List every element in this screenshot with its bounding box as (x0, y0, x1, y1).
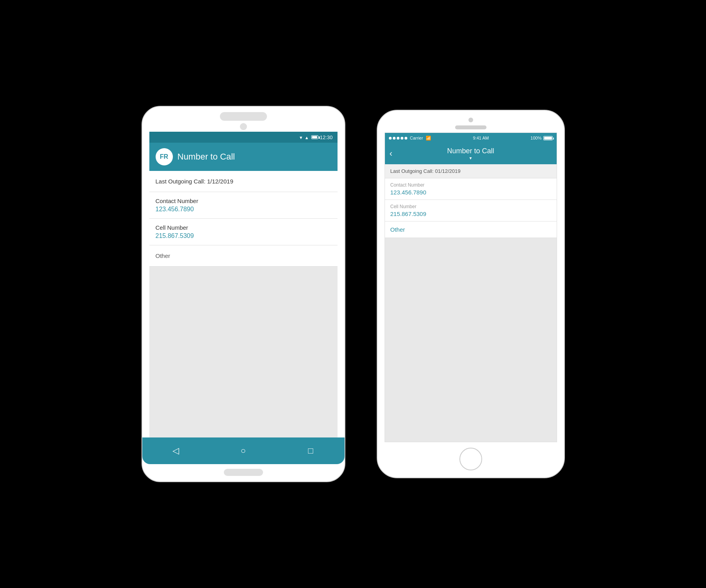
ios-battery-percent: 100% (530, 136, 541, 140)
ios-home-button[interactable] (459, 448, 482, 470)
android-cell-number-value: 215.867.5309 (156, 232, 331, 240)
ios-bottom-area (459, 442, 482, 477)
ios-contact-number-item[interactable]: Contact Number 123.456.7890 (385, 178, 557, 200)
ios-cell-number-value: 215.867.5309 (390, 211, 551, 217)
android-app-header: FR Number to Call (149, 143, 338, 171)
android-recent-icon: □ (308, 446, 313, 456)
android-header-title: Number to Call (178, 152, 235, 162)
signal-dot-3 (397, 137, 399, 140)
android-cell-number-label: Cell Number (156, 224, 331, 231)
ios-battery-area: 100% (530, 136, 552, 140)
android-contact-number-item[interactable]: Contact Number 123.456.7890 (149, 192, 338, 219)
android-status-icons: 12:30 (299, 134, 332, 140)
signal-dot-5 (405, 137, 407, 140)
ios-other-row[interactable]: Other (385, 221, 557, 238)
ios-header-title-wrap: Number to Call ▼ (447, 147, 494, 160)
android-chin-bar (224, 469, 263, 476)
ios-back-button[interactable]: ‹ (390, 149, 392, 159)
ios-contact-number-label: Contact Number (390, 182, 551, 188)
android-screen: 12:30 FR Number to Call Last Outgoing Ca… (149, 132, 338, 437)
ios-last-call-row: Last Outgoing Call: 01/12/2019 (385, 164, 557, 178)
ios-speaker (455, 125, 486, 129)
android-back-icon: ◁ (172, 446, 179, 456)
ios-wifi-icon: 📶 (426, 136, 431, 141)
ios-screen: Carrier 📶 9:41 AM 100% ‹ Number to Call … (385, 132, 557, 442)
ios-phone: Carrier 📶 9:41 AM 100% ‹ Number to Call … (377, 110, 565, 478)
time-label: 12:30 (320, 134, 333, 140)
ios-last-call-label: Last Outgoing Call: 01/12/2019 (390, 168, 461, 174)
android-last-call-row: Last Outgoing Call: 1/12/2019 (149, 171, 338, 192)
android-status-bar: 12:30 (149, 132, 338, 143)
android-other-label: Other (156, 252, 171, 259)
ios-app-header: ‹ Number to Call ▼ (385, 143, 557, 164)
ios-status-bar: Carrier 📶 9:41 AM 100% (385, 133, 557, 143)
ios-content: Last Outgoing Call: 01/12/2019 Contact N… (385, 164, 557, 442)
android-back-button[interactable]: ◁ (169, 444, 183, 458)
battery-icon (311, 135, 318, 139)
ios-other-label: Other (390, 226, 405, 233)
android-other-row[interactable]: Other (149, 245, 338, 267)
ios-status-left: Carrier 📶 (389, 136, 432, 141)
ios-header-title: Number to Call (447, 147, 494, 155)
ios-carrier-label: Carrier (410, 136, 423, 140)
ios-gray-area (385, 238, 557, 442)
ios-contact-number-value: 123.456.7890 (390, 189, 551, 196)
android-home-button[interactable]: ○ (236, 444, 250, 458)
android-contact-number-value: 123.456.7890 (156, 206, 331, 213)
ios-battery-icon (543, 136, 553, 140)
android-gray-area (149, 267, 338, 437)
android-recent-button[interactable]: □ (304, 444, 318, 458)
android-bottom-bar: ◁ ○ □ (142, 437, 345, 464)
android-camera (240, 123, 247, 130)
android-home-icon: ○ (241, 446, 246, 456)
android-phone: 12:30 FR Number to Call Last Outgoing Ca… (142, 106, 345, 482)
wifi-icon (299, 134, 303, 140)
avatar: FR (156, 148, 173, 165)
signal-dot-4 (401, 137, 403, 140)
ios-dropdown-arrow-icon: ▼ (469, 156, 473, 160)
android-chin (224, 464, 263, 481)
ios-cell-number-label: Cell Number (390, 204, 551, 209)
signal-icon (305, 134, 309, 140)
ios-cell-number-item[interactable]: Cell Number 215.867.5309 (385, 200, 557, 221)
android-last-call-label: Last Outgoing Call: 1/12/2019 (156, 178, 233, 185)
ios-top-area (378, 111, 564, 132)
android-speaker (220, 112, 267, 121)
scene: 12:30 FR Number to Call Last Outgoing Ca… (142, 106, 565, 482)
android-content: Last Outgoing Call: 1/12/2019 Contact Nu… (149, 171, 338, 437)
android-top-bar (142, 107, 345, 132)
android-contact-number-label: Contact Number (156, 198, 331, 204)
signal-dot-1 (389, 137, 392, 140)
signal-dot-2 (393, 137, 396, 140)
ios-camera (468, 118, 473, 122)
android-cell-number-item[interactable]: Cell Number 215.867.5309 (149, 219, 338, 245)
ios-time-label: 9:41 AM (473, 136, 489, 140)
